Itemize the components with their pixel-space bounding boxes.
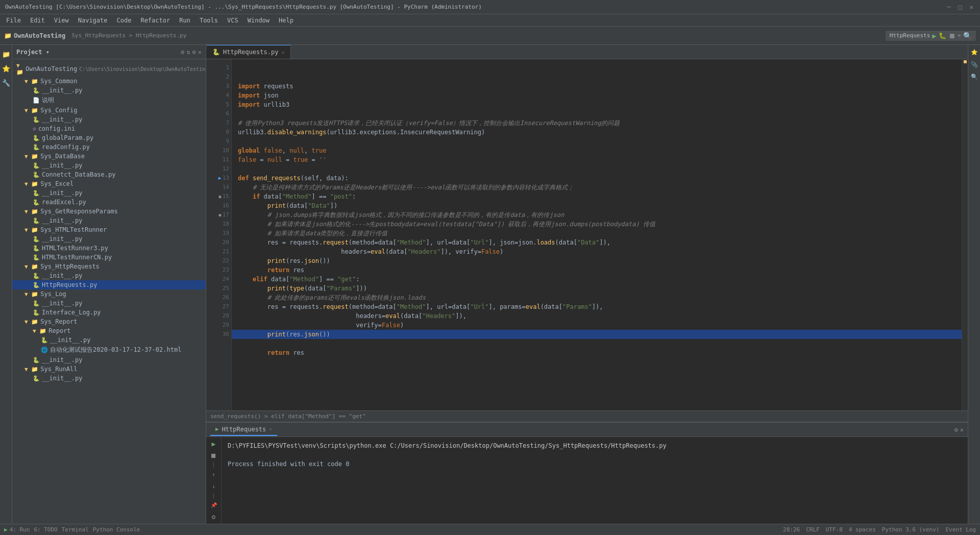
menu-item-run[interactable]: Run	[175, 16, 194, 25]
tree-folder-sys-database[interactable]: ▼ 📁 Sys_DataBase	[12, 152, 206, 161]
status-lang[interactable]: Python 3.6 (venv)	[882, 526, 940, 533]
sidebar-structure-icon[interactable]: 🔧	[1, 78, 11, 88]
menu-item-vcs[interactable]: VCS	[223, 16, 242, 25]
status-terminal-tab[interactable]: Terminal	[62, 526, 89, 533]
menu-item-navigate[interactable]: Navigate	[74, 16, 112, 25]
tree-folder-report[interactable]: ▼ 📁 Report	[12, 326, 206, 335]
file-label: 说明	[42, 96, 54, 105]
bottom-settings-icon[interactable]: ⚙	[954, 426, 958, 433]
status-encoding[interactable]: UTF-8	[826, 526, 843, 533]
favorites-icon-3[interactable]: 🔍	[969, 71, 979, 82]
maximize-button[interactable]: □	[957, 4, 964, 11]
py-file-icon: 🐍	[33, 172, 40, 178]
menu-item-refactor[interactable]: Refactor	[136, 16, 174, 25]
list-item[interactable]: 🐍 globalParam.py	[12, 133, 206, 142]
run-config-name: HttpRequests	[890, 32, 930, 39]
tree-folder-sys-report[interactable]: ▼ 📁 Sys_Report	[12, 317, 206, 326]
stop-button[interactable]: ⏹	[948, 32, 955, 40]
minimize-button[interactable]: ─	[945, 4, 952, 11]
favorites-icon-2[interactable]: 📎	[969, 59, 979, 69]
console-line-3: Process finished with exit code 0	[228, 459, 962, 469]
menu-item-code[interactable]: Code	[113, 16, 136, 25]
list-item[interactable]: 🐍 Interface_Log.py	[12, 308, 206, 317]
list-item[interactable]: 🐍 __init__.py	[12, 115, 206, 124]
expand-all-icon[interactable]: ⇅	[186, 48, 190, 56]
tab-close-icon[interactable]: ✕	[281, 50, 284, 55]
toolbar-breadcrumb: Sys_HttpRequests > HttpRequests.py	[71, 32, 186, 39]
sync-icon[interactable]: ⚙	[181, 48, 184, 56]
menu-item-view[interactable]: View	[50, 16, 73, 25]
list-item[interactable]: 🐍 readExcel.py	[12, 198, 206, 207]
tree-folder-sys-excel[interactable]: ▼ 📁 Sys_Excel	[12, 179, 206, 188]
close-button[interactable]: ✕	[968, 4, 975, 11]
favorites-icon-1[interactable]: ⭐	[969, 47, 979, 57]
settings-button[interactable]: ⚙	[208, 512, 220, 522]
divider	[213, 462, 214, 468]
list-item[interactable]: 🐍 __init__.py	[12, 271, 206, 280]
menu-item-tools[interactable]: Tools	[195, 16, 222, 25]
run-stop-button[interactable]: ⏹	[208, 451, 220, 460]
list-item[interactable]: 🐍 __init__.py	[12, 86, 206, 95]
debug-button[interactable]: 🐛	[939, 32, 946, 39]
list-item[interactable]: 🐍 Connetct_DataBase.py	[12, 170, 206, 179]
list-item[interactable]: 🐍 __init__.py	[12, 299, 206, 308]
console-output: D:\PYFILES\PYSVTest\venv\Scripts\python.…	[222, 437, 968, 524]
tab-httprequests-py[interactable]: 🐍 HttpRequests.py ✕	[206, 45, 291, 59]
run-button[interactable]: ▶	[932, 32, 936, 40]
menu-item-help[interactable]: Help	[275, 16, 298, 25]
editor-scrollbar[interactable]	[962, 59, 968, 410]
status-indent[interactable]: 4 spaces	[849, 526, 876, 533]
list-item[interactable]: 🐍 HTMLTestRunnerCN.py	[12, 253, 206, 262]
list-item[interactable]: 🐍 __init__.py	[12, 188, 206, 198]
list-item[interactable]: ⚙ config.ini	[12, 124, 206, 133]
bottom-close-icon[interactable]: ✕	[960, 426, 964, 433]
code-content[interactable]: import requests import json import urlli…	[232, 59, 962, 410]
list-item[interactable]: 🐍 readConfig.py	[12, 142, 206, 152]
list-item[interactable]: 🐍 __init__.py	[12, 234, 206, 244]
code-editor[interactable]: 1 2 3 4 5 6 7 8 9 10 11 12 ▶13 14 ●15 16	[206, 59, 968, 410]
folder-icon: ▼ 📁	[24, 263, 38, 270]
sidebar-favorites-icon[interactable]: ⭐	[1, 63, 11, 74]
tree-item-httprequests-py[interactable]: 🐍 HttpRequests.py	[12, 280, 206, 289]
folder-icon: ▼ 📁	[24, 291, 38, 298]
tab-label: HttpRequests.py	[223, 48, 278, 56]
tree-folder-sys-httprequests[interactable]: ▼ 📁 Sys_HttpRequests	[12, 262, 206, 271]
tree-folder-sys-log[interactable]: ▼ 📁 Sys_Log	[12, 289, 206, 299]
search-icon[interactable]: 🔍	[963, 32, 972, 40]
coverage-button[interactable]: ☂	[958, 32, 961, 39]
list-item[interactable]: 🐍 __init__.py	[12, 374, 206, 383]
tree-folder-sys-htmltestrunner[interactable]: ▼ 📁 Sys_HTMLTestRunner	[12, 225, 206, 234]
py-file-icon: 🐍	[33, 236, 40, 242]
pin-button[interactable]: 📌	[208, 501, 220, 510]
sidebar-project-icon[interactable]: 📁	[1, 49, 11, 59]
tree-folder-sys-config[interactable]: ▼ 📁 Sys_Config	[12, 106, 206, 115]
tab-run[interactable]: ▶ HttpRequests ✕	[210, 424, 277, 436]
menu-item-file[interactable]: File	[2, 16, 25, 25]
settings-icon[interactable]: ⚙	[192, 48, 196, 56]
list-item[interactable]: 🐍 __init__.py	[12, 216, 206, 225]
list-item[interactable]: 📄 说明	[12, 95, 206, 106]
run-tab-close[interactable]: ✕	[269, 426, 272, 432]
status-todo-tab[interactable]: 6: TODO	[34, 526, 57, 533]
run-play-button[interactable]: ▶	[208, 439, 220, 449]
status-python-console-tab[interactable]: Python Console	[93, 526, 140, 533]
list-item[interactable]: 🐍 HTMLTestRunner3.py	[12, 244, 206, 253]
list-item[interactable]: 🐍 __init__.py	[12, 355, 206, 364]
list-item[interactable]: 🌐 自动化测试报告2020-03-17-12-37-02.html	[12, 345, 206, 355]
scroll-down-button[interactable]: ↓	[208, 481, 220, 491]
scroll-up-button[interactable]: ↑	[208, 470, 220, 479]
status-run-tab[interactable]: ▶ 4: Run	[4, 526, 30, 533]
tree-folder-sys-runall[interactable]: ▼ 📁 Sys_RunAll	[12, 364, 206, 374]
list-item[interactable]: 🐍 __init__.py	[12, 161, 206, 170]
status-crlf[interactable]: CRLF	[806, 526, 820, 533]
tree-folder-sys-common[interactable]: ▼ 📁 Sys_Common	[12, 77, 206, 86]
panel-close-icon[interactable]: ✕	[198, 48, 202, 56]
tree-root[interactable]: ▼ 📁 OwnAutoTesting C:\Users\Sinovision\D…	[12, 61, 206, 77]
menu-item-edit[interactable]: Edit	[26, 16, 49, 25]
menu-item-window[interactable]: Window	[243, 16, 274, 25]
status-event-log[interactable]: Event Log	[945, 526, 976, 533]
file-tree: ▼ 📁 OwnAutoTesting C:\Users\Sinovision\D…	[12, 59, 206, 524]
tree-folder-sys-getresponseparams[interactable]: ▼ 📁 Sys_GetResponseParams	[12, 207, 206, 216]
list-item[interactable]: 🐍 __init__.py	[12, 335, 206, 345]
folder-label: Sys_HttpRequests	[40, 263, 100, 270]
